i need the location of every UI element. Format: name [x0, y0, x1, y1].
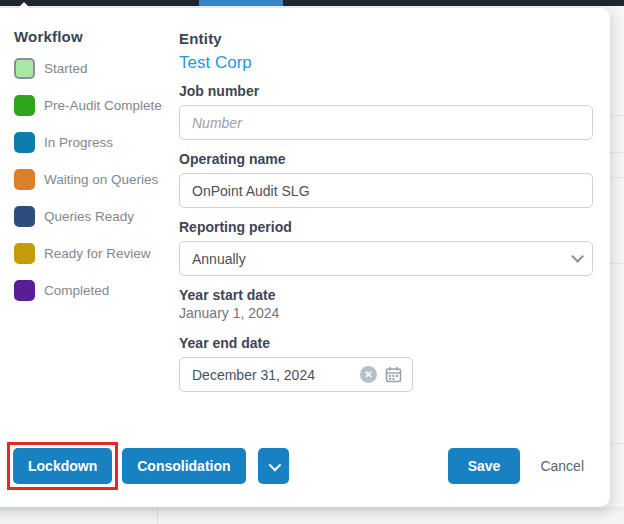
background-table-line: [610, 263, 624, 264]
status-color-swatch: [14, 58, 35, 79]
status-label: In Progress: [44, 135, 113, 150]
workflow-legend-item: Waiting on Queries: [14, 169, 174, 190]
status-label: Queries Ready: [44, 209, 134, 224]
status-label: Waiting on Queries: [44, 172, 158, 187]
operating-name-input[interactable]: [179, 173, 593, 208]
reporting-period-label: Reporting period: [179, 219, 593, 235]
background-table-line: [610, 443, 624, 444]
workflow-legend-item: Completed: [14, 280, 174, 301]
reporting-period-select[interactable]: Annually: [179, 241, 593, 276]
entity-form: Entity Test Corp Job number Operating na…: [179, 30, 593, 403]
reporting-period-value: Annually: [192, 251, 246, 267]
workflow-legend-item: Pre-Audit Complete: [14, 95, 174, 116]
cancel-button[interactable]: Cancel: [540, 458, 584, 474]
page-background: [0, 507, 624, 524]
year-end-label: Year end date: [179, 335, 593, 351]
workflow-legend-item: Queries Ready: [14, 206, 174, 227]
year-start-field-group: Year start date January 1, 2024: [179, 287, 593, 321]
status-color-swatch: [14, 132, 35, 153]
clear-date-icon[interactable]: ✕: [360, 366, 377, 383]
entity-edit-popover: Workflow StartedPre-Audit CompleteIn Pro…: [0, 8, 610, 507]
year-end-date-input[interactable]: [179, 357, 413, 392]
popover-footer: Lockdown Consolidation Save Cancel: [7, 441, 584, 491]
consolidation-button[interactable]: Consolidation: [122, 448, 245, 484]
footer-right-actions: Save Cancel: [448, 448, 584, 484]
lockdown-button[interactable]: Lockdown: [13, 448, 112, 484]
workflow-legend-item: Ready for Review: [14, 243, 174, 264]
lockdown-highlight-box: Lockdown: [7, 442, 118, 490]
status-color-swatch: [14, 95, 35, 116]
status-color-swatch: [14, 169, 35, 190]
year-start-label: Year start date: [179, 287, 593, 303]
workflow-legend-item: Started: [14, 58, 174, 79]
workflow-heading: Workflow: [14, 28, 174, 45]
status-label: Ready for Review: [44, 246, 151, 261]
job-number-label: Job number: [179, 83, 593, 99]
year-end-field-group: Year end date ✕: [179, 335, 593, 392]
background-table-line: [610, 152, 624, 153]
year-start-value: January 1, 2024: [179, 305, 593, 321]
calendar-icon[interactable]: [385, 366, 402, 383]
status-color-swatch: [14, 206, 35, 227]
background-column-divider: [157, 508, 158, 524]
workflow-legend: Workflow StartedPre-Audit CompleteIn Pro…: [14, 28, 174, 317]
save-button[interactable]: Save: [448, 448, 521, 484]
status-label: Completed: [44, 283, 109, 298]
consolidation-menu-button[interactable]: [258, 448, 289, 484]
top-navbar-active-tab: [199, 0, 283, 6]
entity-name-link[interactable]: Test Corp: [179, 53, 252, 73]
status-label: Pre-Audit Complete: [44, 98, 162, 113]
background-table-line: [610, 177, 624, 178]
reporting-period-field-group: Reporting period Annually: [179, 219, 593, 276]
entity-heading: Entity: [179, 30, 593, 47]
job-number-input[interactable]: [179, 105, 593, 140]
top-navbar: [0, 0, 624, 6]
workflow-legend-item: In Progress: [14, 132, 174, 153]
status-color-swatch: [14, 243, 35, 264]
chevron-down-icon: [268, 458, 281, 471]
status-label: Started: [44, 61, 88, 76]
background-table-line: [610, 115, 624, 116]
operating-name-field-group: Operating name: [179, 151, 593, 208]
operating-name-label: Operating name: [179, 151, 593, 167]
chevron-down-icon: [571, 250, 584, 263]
footer-left-actions: Lockdown Consolidation: [7, 442, 289, 490]
workflow-legend-list: StartedPre-Audit CompleteIn ProgressWait…: [14, 58, 174, 301]
status-color-swatch: [14, 280, 35, 301]
year-end-date-wrap: ✕: [179, 357, 413, 392]
popover-caret: [16, 2, 32, 10]
job-number-field-group: Job number: [179, 83, 593, 140]
